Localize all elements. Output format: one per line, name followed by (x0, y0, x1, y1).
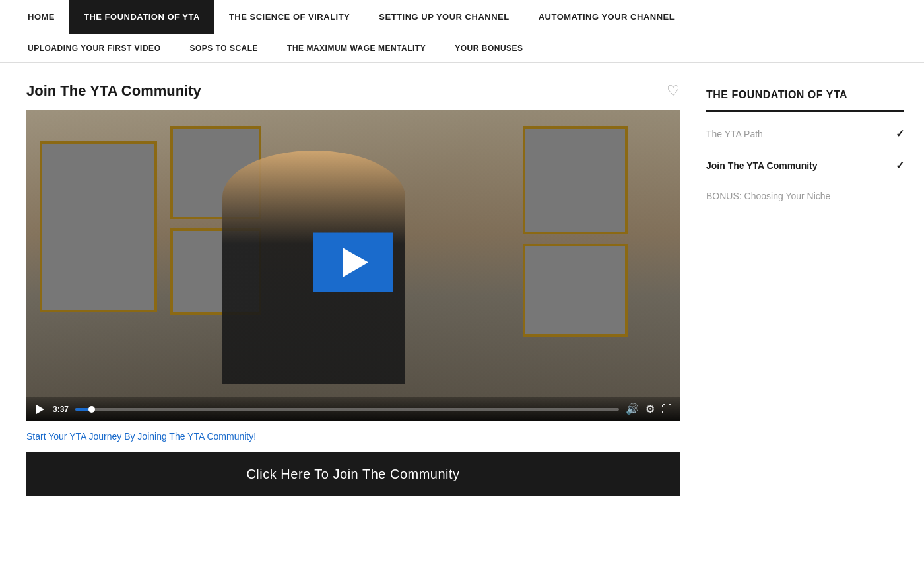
sidebar-item-join-label: Join The YTA Community (706, 160, 818, 171)
video-play-button[interactable] (34, 403, 46, 415)
join-community-button[interactable]: Click Here To Join The Community (26, 452, 680, 496)
nav-bonuses[interactable]: YOUR BONUSES (440, 34, 537, 62)
nav-foundation[interactable]: THE FOUNDATION OF YTA (69, 0, 214, 34)
nav-first-video[interactable]: UPLOADING YOUR FIRST VIDEO (13, 34, 175, 62)
nav-setting-up[interactable]: SETTING UP YOUR CHANNEL (364, 0, 523, 34)
sidebar: THE FOUNDATION OF YTA The YTA Path ✓ Joi… (706, 83, 904, 496)
heart-icon[interactable]: ♡ (667, 84, 680, 98)
sidebar-title: THE FOUNDATION OF YTA (706, 89, 904, 112)
nav-home[interactable]: HOME (13, 0, 69, 34)
nav-maximum-wage[interactable]: THE MAXIMUM WAGE MENTALITY (273, 34, 440, 62)
sidebar-item-niche-label: BONUS: Choosing Your Niche (706, 191, 830, 201)
content-area: Join The YTA Community ♡ (26, 83, 680, 496)
second-navigation: UPLOADING YOUR FIRST VIDEO SOPS TO SCALE… (0, 34, 924, 63)
photo-frame-5 (523, 244, 627, 337)
sidebar-item-join-community[interactable]: Join The YTA Community ✓ (706, 150, 904, 182)
play-overlay-button[interactable] (314, 233, 393, 292)
top-navigation: HOME THE FOUNDATION OF YTA THE SCIENCE O… (0, 0, 924, 34)
video-player[interactable]: 3:37 🔊 ⚙ ⛶ (26, 110, 680, 421)
sidebar-item-yta-path-label: The YTA Path (706, 129, 763, 139)
sidebar-item-yta-path[interactable]: The YTA Path ✓ (706, 118, 904, 150)
play-triangle-icon (343, 248, 368, 277)
sidebar-item-yta-path-check: ✓ (896, 127, 904, 140)
main-container: Join The YTA Community ♡ (0, 63, 924, 516)
content-header: Join The YTA Community ♡ (26, 83, 680, 100)
page-title: Join The YTA Community (26, 83, 201, 100)
settings-icon[interactable]: ⚙ (645, 403, 655, 415)
volume-icon[interactable]: 🔊 (626, 403, 639, 415)
journey-text: Start Your YTA Journey By Joining The YT… (26, 431, 680, 442)
nav-automating[interactable]: AUTOMATING YOUR CHANNEL (524, 0, 690, 34)
video-progress-bar[interactable] (75, 408, 619, 411)
video-time: 3:37 (53, 405, 69, 414)
ctrl-play-icon (36, 405, 44, 414)
photo-frame-4 (523, 126, 627, 235)
nav-science[interactable]: THE SCIENCE OF VIRALITY (214, 0, 364, 34)
video-ctrl-icons: 🔊 ⚙ ⛶ (626, 403, 672, 415)
below-video-section: Start Your YTA Journey By Joining The YT… (26, 431, 680, 496)
photo-frame-1 (40, 141, 157, 312)
video-progress-dot (88, 406, 95, 413)
nav-sops[interactable]: SOPS TO SCALE (175, 34, 273, 62)
video-controls-bar: 3:37 🔊 ⚙ ⛶ (26, 397, 680, 421)
sidebar-item-join-check: ✓ (896, 159, 904, 172)
sidebar-item-choosing-niche[interactable]: BONUS: Choosing Your Niche (706, 182, 904, 211)
fullscreen-icon[interactable]: ⛶ (661, 403, 672, 415)
